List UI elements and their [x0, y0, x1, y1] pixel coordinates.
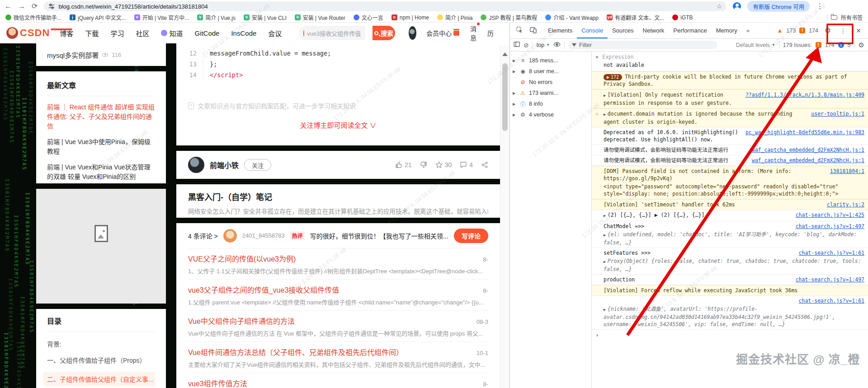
- clear-console-icon[interactable]: ⊘: [524, 42, 529, 49]
- related-article[interactable]: vue3父子组件之间的传值_vue3接收父组件传值8-1.父组件 parent.…: [188, 280, 488, 311]
- console-sidebar-user[interactable]: ▶◉8 user me...: [510, 66, 591, 77]
- nav-item-InsCode[interactable]: InsCode: [231, 29, 256, 37]
- nav-item-学习[interactable]: 学习: [110, 28, 124, 38]
- bookmark-item[interactable]: 简介 | Pinia: [437, 14, 472, 21]
- error-badge-count[interactable]: 174: [809, 28, 818, 34]
- message-source-link[interactable]: chat-search.js?v=1:61: [799, 297, 864, 304]
- message-source-link[interactable]: waf_captcha_embedded_d2FmX2NhcH.js:1: [752, 146, 864, 154]
- bookmark-item[interactable]: yd有道翻译 文本、文...: [607, 14, 664, 21]
- console-sidebar-toggle-icon[interactable]: [514, 42, 520, 48]
- history-link-partial[interactable]: 历: [487, 28, 494, 37]
- search-button[interactable]: 搜索: [373, 26, 395, 40]
- tab-network[interactable]: Network: [638, 23, 669, 38]
- close-icon[interactable]: ✕: [595, 54, 599, 60]
- locked-article-card[interactable]: 黑客入门-（自学）笔记 网络安全怎么入门？安全并非孤立存在，而是建立在其计算机基…: [176, 184, 500, 218]
- devtools-settings-gear-icon[interactable]: ⚙: [822, 26, 834, 35]
- nav-item-GitCode[interactable]: GitCode: [194, 29, 219, 37]
- nav-item-下载[interactable]: 下载: [85, 28, 99, 38]
- related-article-title[interactable]: VUE父子之间的传值(以vue3为例): [188, 253, 477, 264]
- latest-article-link[interactable]: 前端 | Vue Vuex和Pinia Vue状态管理的双雄 较量 Vuex和P…: [47, 163, 155, 182]
- related-article-title[interactable]: Vue组件间通信方法总结（父子组件、兄弟组件及祖先后代组件间）: [188, 346, 471, 357]
- console-settings-gear-icon[interactable]: ⚙: [859, 41, 864, 49]
- menu-kebab-icon[interactable]: ⋮: [816, 3, 823, 10]
- forward-icon[interactable]: →: [18, 3, 25, 10]
- devtools-close-icon[interactable]: ✕: [853, 27, 864, 34]
- user-avatar[interactable]: [409, 26, 416, 40]
- reload-icon[interactable]: ⟳: [32, 3, 38, 10]
- scrollbar-thumb[interactable]: [502, 63, 508, 131]
- share-button[interactable]: [481, 161, 488, 168]
- bookmark-item[interactable]: V开始 | Vite 官方中...: [134, 14, 189, 21]
- message-source-link[interactable]: chat-search.js?v=1:61: [799, 249, 864, 257]
- console-filter-input[interactable]: Filter: [568, 41, 717, 49]
- message-source-link[interactable]: user-tooltip.js:1: [811, 110, 864, 117]
- tab-sources[interactable]: Sources: [608, 23, 638, 38]
- search-input[interactable]: vue3接收父组件传值: [299, 26, 365, 40]
- commenter-name[interactable]: 2401_84558783: [242, 232, 285, 239]
- page-scrollbar[interactable]: [500, 45, 509, 388]
- message-source-link[interactable]: ??asdf/1.1.3/track…n/1.3.8/main.js:409: [745, 91, 864, 98]
- profile-icon[interactable]: [733, 2, 741, 10]
- bookmark-item[interactable]: jjQuery API 中文文...: [70, 14, 126, 21]
- read-full-link[interactable]: 关注博主即可阅读全文 ∨: [188, 120, 488, 130]
- tab-memory[interactable]: Memory: [712, 23, 742, 38]
- like-button[interactable]: 21: [395, 161, 412, 168]
- bookmark-star-icon[interactable]: ☆: [717, 3, 722, 10]
- log-levels-dropdown[interactable]: Default levels ▼: [736, 42, 775, 48]
- nav-item-知道[interactable]: 知道: [161, 28, 183, 38]
- address-bar[interactable]: blog.csdn.net/weixin_47192158/article/de…: [44, 1, 726, 11]
- bookmark-item[interactable]: 介绍 - Vant Weapp: [545, 14, 599, 21]
- star-button[interactable]: 30: [435, 161, 452, 168]
- related-article[interactable]: Vue中父组件向子组件通信的方法08-3Vue中父组件向子组件通信的方法 在 V…: [188, 311, 488, 342]
- console-sidebar-no-errors[interactable]: ⊘No errors: [510, 77, 591, 88]
- message-source-link[interactable]: pc_wap_highlight-8defd55d6e.min.js:983: [745, 129, 864, 136]
- tab-elements[interactable]: Elements: [543, 23, 577, 38]
- commenter-avatar[interactable]: [223, 229, 237, 243]
- console-prompt[interactable]: ›: [592, 330, 868, 340]
- related-article-title[interactable]: vue3组件传值方法: [188, 378, 477, 388]
- bookmark-item[interactable]: nnpm | Home: [392, 14, 429, 21]
- nav-item-会议[interactable]: 会议: [268, 28, 282, 38]
- chrome-update-button[interactable]: 有新版 Chrome 可用: [747, 1, 810, 12]
- live-expression-eye-icon[interactable]: [553, 42, 561, 48]
- comment-count-link[interactable]: 4 条评论 >: [188, 231, 218, 240]
- bookmark-item[interactable]: 文心一言: [354, 14, 383, 21]
- bookmark-item[interactable]: V安装 | Vue Router: [295, 14, 345, 21]
- author-name[interactable]: 前端小铁: [210, 159, 239, 170]
- expand-triangle-icon[interactable]: ▶: [604, 214, 606, 218]
- messages-link[interactable]: 消息: [470, 24, 476, 42]
- bookmark-item[interactable]: iGTB: [672, 14, 693, 21]
- issues-label[interactable]: 179 Issues:: [783, 42, 812, 48]
- inspect-element-icon[interactable]: [514, 27, 525, 35]
- related-article[interactable]: Vue组件间通信方法总结（父子组件、兄弟组件及祖先后代组件间）10-1主要给大家…: [188, 342, 488, 373]
- bookmark-item[interactable]: V安装 | Vue CLI: [244, 14, 287, 21]
- expand-triangle-icon[interactable]: ▶: [604, 93, 606, 98]
- toc-item[interactable]: 一、父组件传值给子组件（Props）: [47, 355, 155, 365]
- expand-triangle-icon[interactable]: ▶: [604, 308, 606, 312]
- site-settings-icon[interactable]: [48, 3, 55, 9]
- bookmark-item[interactable]: JSP 教程 | 菜鸟教程: [481, 14, 537, 21]
- latest-article-link[interactable]: 前端 ｜ React 组件通信 超详细 实现组件通信: 父子、子父及兄弟组件间的…: [47, 103, 155, 131]
- related-article-title[interactable]: Vue中父组件向子组件通信的方法: [188, 315, 471, 326]
- expand-triangle-icon[interactable]: ▶: [604, 112, 606, 117]
- console-sidebar-list[interactable]: ▶≡185 mess...: [510, 55, 591, 66]
- message-source-link[interactable]: 138181804:1: [830, 168, 864, 175]
- related-article-title[interactable]: vue3父子组件之间的传值_vue3接收父组件传值: [188, 284, 477, 295]
- message-source-link[interactable]: chat-search.js?v=1:497: [796, 276, 864, 283]
- comments-button[interactable]: 4: [460, 161, 473, 168]
- sidebar-prev-article[interactable]: mysql多实例部署 116: [36, 43, 166, 66]
- follow-button[interactable]: 关注: [244, 159, 271, 171]
- expand-triangle-icon[interactable]: ▶: [604, 233, 606, 237]
- live-expression[interactable]: ✕ Expression: [592, 51, 868, 61]
- tab-performance[interactable]: Performance: [669, 23, 711, 38]
- expand-triangle-icon[interactable]: ▶: [604, 260, 606, 264]
- message-source-link[interactable]: chat-search.js?v=1:425: [796, 211, 864, 219]
- console-sidebar-info[interactable]: ▶ⓘ8 info: [510, 98, 591, 109]
- bookmark-item[interactable]: 微信文件传输助手...: [5, 14, 61, 21]
- console-sidebar-warning[interactable]: ▶⚠173 warni...: [510, 88, 591, 98]
- member-center-link[interactable]: 会员中心: [426, 28, 459, 37]
- bookmark-item[interactable]: V简介 | Vue.js: [197, 14, 236, 21]
- warning-count[interactable]: 173: [786, 28, 796, 34]
- devtools-kebab-menu-icon[interactable]: ⋮: [837, 27, 849, 34]
- device-toolbar-icon[interactable]: [527, 27, 539, 35]
